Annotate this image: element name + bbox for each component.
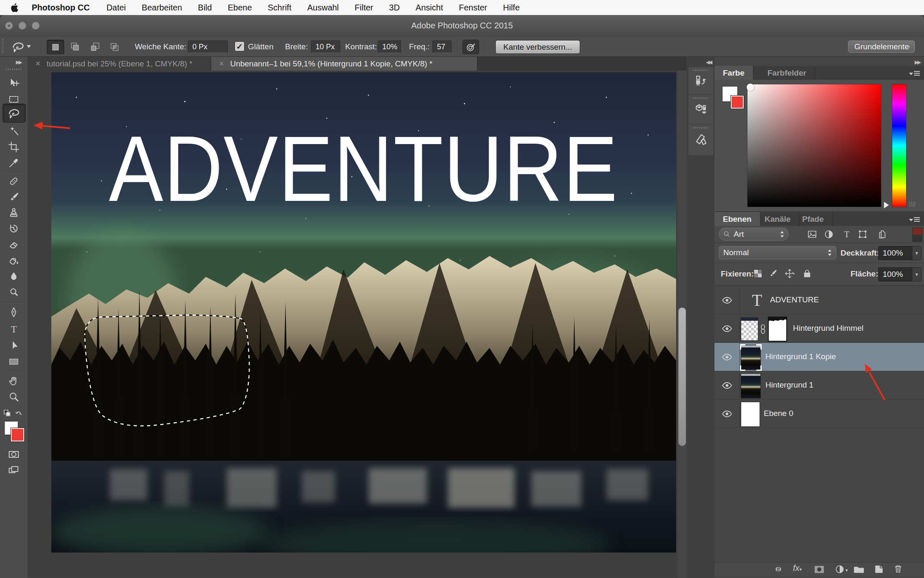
swap-colors-icon[interactable] (3, 408, 24, 418)
hue-slider-handle[interactable] (884, 202, 889, 208)
menu-datei[interactable]: Datei (106, 3, 126, 13)
selection-mode-intersect-button[interactable] (106, 40, 123, 53)
layer-thumbnail[interactable] (741, 317, 758, 341)
app-menu[interactable]: Photoshop CC (32, 3, 90, 13)
close-tab-icon[interactable]: ✕ (35, 60, 40, 68)
options-grip[interactable] (2, 39, 4, 53)
info-panel-button[interactable] (688, 124, 714, 156)
apple-menu-icon[interactable] (11, 3, 19, 13)
tool-pen-icon[interactable] (7, 306, 20, 319)
menu-ebene[interactable]: Ebene (228, 3, 252, 13)
vertical-scrollbar[interactable] (678, 307, 686, 446)
history-panel-button[interactable] (688, 66, 714, 95)
mask-link-icon[interactable] (759, 324, 767, 335)
layer-filter-toggle[interactable] (912, 228, 922, 242)
layer-name[interactable]: Ebene 0 (764, 409, 793, 418)
color-field-selector[interactable] (747, 84, 754, 91)
link-layers-icon[interactable] (773, 565, 784, 574)
tool-eraser-icon[interactable] (7, 238, 20, 251)
tool-preset-dropdown-arrow[interactable] (27, 45, 31, 48)
collapse-panels-icon[interactable]: ▶▶ (915, 59, 920, 65)
tab-farbfelder[interactable]: Farbfelder (759, 66, 815, 80)
visibility-toggle[interactable] (714, 343, 740, 371)
layer-thumbnail[interactable] (741, 402, 760, 427)
panel-background-swatch[interactable] (730, 95, 744, 109)
tool-dodge-icon[interactable] (7, 286, 20, 299)
filter-type-layers-icon[interactable]: T (842, 229, 852, 239)
visibility-toggle[interactable] (714, 314, 740, 342)
new-group-icon[interactable] (853, 565, 864, 574)
menu-fenster[interactable]: Fenster (459, 3, 487, 13)
tab-ebenen[interactable]: Ebenen (714, 212, 760, 226)
workspace-select[interactable]: Grundelemente (848, 41, 915, 53)
layer-row-adventure[interactable]: T ADVENTURE (714, 286, 924, 314)
dropdown-arrow-icon[interactable]: ▾ (912, 246, 921, 260)
collapse-toolbar-icon[interactable]: ▶▶ (16, 59, 21, 65)
menu-ansicht[interactable]: Ansicht (416, 3, 443, 13)
text-layer-thumbnail[interactable]: T (748, 289, 766, 310)
layer-name[interactable]: Hintergrund Himmel (793, 324, 863, 333)
layer-row-hintergrund-himmel[interactable]: Hintergrund Himmel (714, 314, 924, 343)
blend-mode-select[interactable]: Normal (719, 246, 836, 259)
selection-mode-subtract-button[interactable] (87, 40, 104, 53)
panel-menu-icon[interactable] (908, 69, 921, 78)
visibility-toggle[interactable] (714, 371, 740, 399)
width-input[interactable]: 10 Px (311, 41, 340, 53)
tool-move-icon[interactable] (7, 77, 20, 90)
tool-spot-healing-icon[interactable] (7, 175, 20, 188)
tab-farbe[interactable]: Farbe (714, 66, 753, 80)
lock-transparency-icon[interactable] (753, 269, 763, 279)
document-tab-unbenannt[interactable]: ✕ Unbenannt–1 bei 59,1% (Hintergrund 1 K… (211, 57, 477, 71)
menu-filter[interactable]: Filter (355, 3, 373, 13)
panel-resize-grip[interactable] (909, 202, 916, 207)
selection-mode-new-button[interactable] (47, 40, 64, 54)
tool-preset-magnetic-lasso-icon[interactable] (11, 39, 26, 54)
filter-shape-layers-icon[interactable] (858, 229, 868, 239)
document-tab-tutorial[interactable]: ✕ tutorial.psd bei 25% (Ebene 1, CMYK/8)… (28, 57, 211, 71)
background-color-swatch[interactable] (10, 428, 25, 442)
panel-menu-icon[interactable] (908, 215, 921, 224)
quick-mask-mode-icon[interactable] (7, 448, 20, 461)
menu-auswahl[interactable]: Auswahl (307, 3, 339, 13)
hue-slider[interactable] (892, 84, 906, 207)
antialias-checkbox[interactable]: ✓ (235, 41, 245, 51)
layer-filter-type-select[interactable]: Art (719, 228, 789, 241)
layer-name[interactable]: Hintergrund 1 (765, 380, 813, 390)
tool-rectangle-shape-icon[interactable] (7, 355, 20, 368)
vertical-scrollbar-track[interactable] (677, 71, 687, 578)
opacity-input[interactable]: 100% ▾ (878, 246, 921, 260)
tablet-pressure-button[interactable] (462, 40, 479, 54)
layer-row-hintergrund-1[interactable]: Hintergrund 1 (714, 371, 924, 400)
tool-eyedropper-icon[interactable] (7, 156, 20, 170)
layer-thumbnail[interactable] (741, 345, 761, 370)
screen-mode-icon[interactable] (7, 464, 20, 477)
visibility-toggle[interactable] (714, 400, 740, 428)
filter-pixel-layers-icon[interactable] (807, 229, 817, 239)
tool-type-icon[interactable]: T (7, 322, 20, 336)
tab-kanaele[interactable]: Kanäle (756, 212, 799, 226)
title-bar[interactable]: Adobe Photoshop CC 2015 (0, 15, 924, 37)
tool-path-selection-icon[interactable] (7, 339, 20, 352)
tool-brush-icon[interactable] (7, 190, 20, 204)
tool-zoom-icon[interactable] (7, 390, 20, 403)
lock-all-icon[interactable] (802, 269, 812, 279)
dropdown-arrow-icon[interactable]: ▾ (912, 268, 921, 281)
contrast-input[interactable]: 10% (378, 41, 401, 53)
tab-pfade[interactable]: Pfade (794, 212, 833, 226)
add-layer-mask-icon[interactable] (814, 564, 825, 574)
tool-magnetic-lasso-icon[interactable] (3, 104, 26, 123)
lock-pixels-icon[interactable] (768, 269, 778, 279)
new-layer-icon[interactable] (874, 564, 884, 574)
feather-input[interactable]: 0 Px (188, 41, 228, 53)
menu-schrift[interactable]: Schrift (268, 3, 292, 13)
visibility-toggle[interactable] (714, 286, 740, 314)
toolbar-grip[interactable] (6, 68, 22, 70)
layer-name[interactable]: ADVENTURE (770, 295, 819, 304)
layer-thumbnail[interactable] (741, 373, 761, 398)
layer-row-ebene-0[interactable]: Ebene 0 (714, 400, 924, 428)
color-saturation-field[interactable] (747, 84, 881, 207)
filter-adjustment-layers-icon[interactable] (824, 229, 834, 239)
menu-3d[interactable]: 3D (389, 3, 400, 13)
menu-hilfe[interactable]: Hilfe (503, 3, 520, 13)
layer-mask-thumbnail[interactable] (768, 317, 787, 342)
